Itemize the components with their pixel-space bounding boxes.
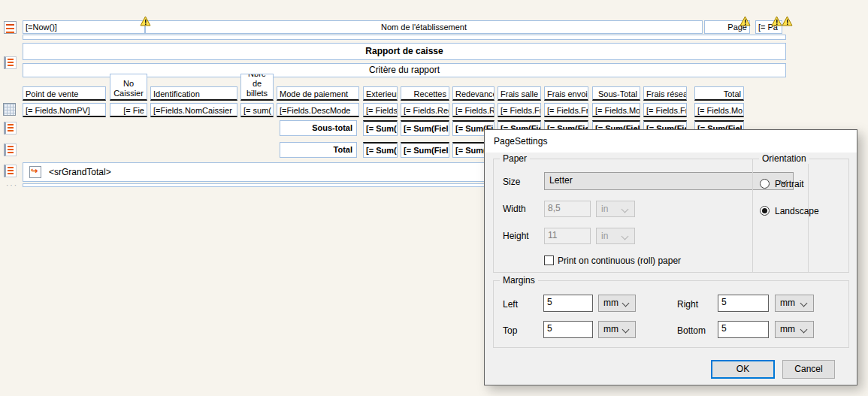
- collapsed-section-indicator[interactable]: ···: [6, 181, 18, 189]
- group-footer-icon[interactable]: [4, 165, 17, 177]
- margin-unit-value: mm: [780, 324, 795, 334]
- chevron-down-icon: [800, 326, 808, 334]
- margin-right-input[interactable]: 5: [718, 295, 769, 312]
- margin-bottom-label: Bottom: [677, 325, 706, 336]
- orientation-group-label: Orientation: [759, 153, 809, 164]
- detail-data-cell[interactable]: [=Fields.DescMode: [277, 103, 359, 117]
- margin-top-label: Top: [503, 325, 517, 336]
- page-header-icon[interactable]: [4, 21, 17, 34]
- margin-right-label: Right: [677, 299, 698, 310]
- paper-size-value: Letter: [549, 175, 573, 186]
- column-header-cell[interactable]: Mode de paiement: [277, 86, 359, 101]
- margin-unit-value: mm: [780, 298, 795, 308]
- width-unit-select[interactable]: in: [596, 201, 635, 217]
- continuous-paper-label[interactable]: Print on continuous (roll) paper: [558, 255, 681, 266]
- margins-group-label: Margins: [500, 275, 538, 286]
- paper-height-input[interactable]: 11: [544, 228, 591, 244]
- height-label: Height: [503, 231, 529, 241]
- portrait-radio[interactable]: [760, 179, 770, 189]
- margin-right-unit-select[interactable]: mm: [775, 295, 814, 312]
- cancel-button[interactable]: Cancel: [782, 360, 835, 379]
- column-header-cell[interactable]: Exterieur: [363, 86, 398, 101]
- column-header-cell[interactable]: Recettes: [401, 86, 449, 101]
- portrait-label[interactable]: Portrait: [775, 179, 804, 189]
- dialog-title[interactable]: PageSettings: [485, 130, 857, 153]
- landscape-label[interactable]: Landscape: [775, 206, 819, 216]
- detail-data-cell[interactable]: [= Fields.Mo: [592, 103, 640, 117]
- detail-data-cell[interactable]: [= Fields.R: [452, 103, 494, 117]
- report-title-textbox[interactable]: Rapport de caisse: [23, 43, 786, 60]
- column-header-cell[interactable]: Redevance: [452, 86, 494, 101]
- margin-left-label: Left: [503, 299, 518, 310]
- paper-width-input[interactable]: 8,5: [544, 201, 591, 217]
- now-expression-box[interactable]: [=Now()]: [23, 20, 145, 34]
- margin-unit-value: mm: [603, 298, 618, 308]
- landscape-radio[interactable]: [760, 206, 770, 216]
- size-label: Size: [503, 177, 520, 187]
- chevron-down-icon: [622, 233, 629, 240]
- margin-top-input[interactable]: 5: [543, 321, 593, 338]
- margin-bottom-input[interactable]: 5: [718, 321, 769, 338]
- column-header-cell[interactable]: Sous-Total: [592, 86, 640, 101]
- margin-bottom-unit-select[interactable]: mm: [775, 321, 814, 338]
- paper-group-label: Paper: [500, 153, 530, 164]
- warning-icon[interactable]: [771, 16, 782, 26]
- detail-data-cell[interactable]: [= Fields.Rec: [401, 103, 449, 117]
- subreport-arrow-glyph: ↪: [31, 166, 38, 176]
- detail-data-cell[interactable]: [= Fields.Fr: [544, 103, 588, 117]
- page-settings-dialog: PageSettings Paper Size Letter Width 8,5…: [484, 129, 857, 385]
- warning-icon[interactable]: [782, 16, 793, 26]
- detail-data-cell[interactable]: [= Fields.Fr: [643, 103, 687, 117]
- establishment-textbox[interactable]: Nom de l'établissement: [145, 20, 703, 34]
- subtotal-label[interactable]: Sous-total: [280, 120, 357, 136]
- margin-top-unit-select[interactable]: mm: [598, 321, 636, 338]
- subtotal-sum-cell[interactable]: [= Sum(Fiel: [401, 120, 449, 136]
- continuous-paper-checkbox[interactable]: [544, 255, 554, 265]
- detail-data-cell[interactable]: [= Fie: [110, 103, 147, 117]
- total-sum-cell[interactable]: [= Sum(Fiel: [401, 142, 449, 158]
- group-footer-icon[interactable]: [4, 144, 17, 156]
- total-label[interactable]: Total: [280, 142, 357, 158]
- height-unit-select[interactable]: in: [596, 228, 635, 244]
- column-header-cell[interactable]: No Caissier: [110, 74, 147, 101]
- margin-left-input[interactable]: 5: [543, 295, 593, 312]
- width-label: Width: [503, 204, 526, 214]
- chevron-down-icon: [622, 326, 630, 334]
- detail-data-cell[interactable]: [= Fields.Fr: [498, 103, 541, 117]
- ok-button[interactable]: OK: [711, 360, 775, 379]
- subtotal-sum-cell[interactable]: [= Sum(: [363, 120, 398, 136]
- column-header-cell[interactable]: Total: [694, 86, 744, 101]
- detail-data-cell[interactable]: [= Fields.NomPV]: [23, 103, 106, 117]
- column-header-cell[interactable]: Frais envoi: [544, 86, 588, 101]
- column-header-cell[interactable]: Nbre de billets: [240, 74, 274, 101]
- margin-unit-value: mm: [603, 324, 618, 334]
- column-header-cell[interactable]: Frais réseau: [643, 86, 687, 101]
- column-header-cell[interactable]: Point de vente: [23, 86, 106, 101]
- detail-data-cell[interactable]: [= Fields: [363, 103, 398, 117]
- subreport-icon: ↪: [29, 166, 41, 178]
- total-sum-cell[interactable]: [= Sum(: [363, 142, 398, 158]
- column-header-cell[interactable]: Identification: [150, 86, 237, 101]
- spacer-band[interactable]: [23, 35, 786, 40]
- detail-section-icon[interactable]: [3, 103, 16, 116]
- chevron-down-icon: [800, 300, 808, 307]
- margin-left-unit-select[interactable]: mm: [598, 295, 636, 312]
- warning-icon[interactable]: [140, 16, 151, 26]
- group-header-icon[interactable]: [4, 56, 17, 69]
- chevron-down-icon: [622, 206, 629, 213]
- warning-icon[interactable]: [739, 16, 751, 26]
- height-unit-value: in: [601, 231, 608, 241]
- chevron-down-icon: [622, 300, 630, 307]
- subreport-placeholder[interactable]: <srGrandTotal>: [49, 167, 111, 177]
- column-header-cell[interactable]: Frais salle: [498, 86, 541, 101]
- detail-data-cell[interactable]: [= Fields.Mo: [694, 103, 744, 117]
- group-footer-icon[interactable]: [4, 122, 17, 135]
- detail-data-cell[interactable]: [=Fields.NomCaissier: [150, 103, 237, 117]
- width-unit-value: in: [601, 204, 608, 214]
- detail-data-cell[interactable]: [= sum(: [240, 103, 274, 117]
